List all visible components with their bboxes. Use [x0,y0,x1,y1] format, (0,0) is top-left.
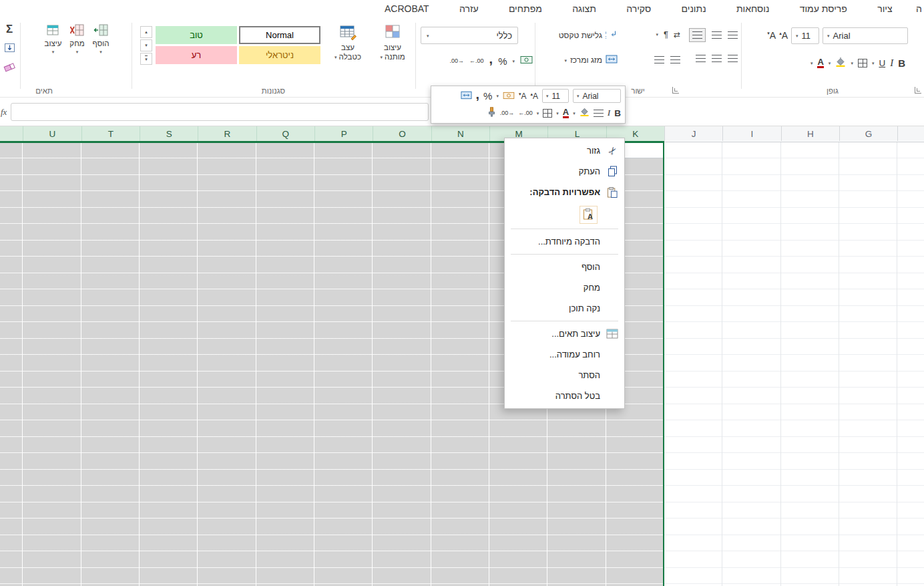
column-header-partial[interactable] [897,126,924,141]
menu-item-hide[interactable]: הסתר [505,365,624,386]
tab-page-layout[interactable]: פריסת עמוד [793,3,854,14]
middle-align-icon[interactable] [712,31,722,39]
number-format-dropdown[interactable]: כללי ▾ [421,27,518,44]
percent-style-button[interactable]: % [498,55,507,67]
mini-align-icon[interactable] [594,110,604,117]
chevron-down-icon[interactable]: ▾ [573,111,575,116]
mini-comma-style-button[interactable]: , [476,92,480,97]
merge-center-button[interactable]: מזג ומרכז ▾ [540,55,618,65]
mini-font-size-combo[interactable]: ▾ 11 [542,89,569,103]
column-header[interactable]: U [23,126,81,141]
underline-button[interactable]: U [879,58,885,68]
shrink-font-button[interactable]: A▾ [767,30,776,41]
bottom-align-active-box[interactable] [689,28,706,42]
align-right-icon[interactable] [728,55,738,62]
tab-view[interactable]: תצוגה [565,3,603,14]
menu-item-format-cells[interactable]: עיצוב תאים... [505,323,624,344]
tab-draw[interactable]: ציור [871,3,899,14]
increase-indent-icon[interactable] [654,56,664,63]
fx-icon[interactable]: fx [1,103,7,121]
menu-item-cut[interactable]: גזור ✂ [505,140,624,161]
paragraph-direction-icon[interactable]: ¶ [664,29,668,39]
italic-button[interactable]: I [890,57,893,69]
column-header[interactable]: Q [256,126,314,141]
chevron-down-icon[interactable]: ▾ [656,32,658,37]
column-header[interactable]: H [781,126,839,141]
column-header[interactable]: J [664,126,722,141]
decrease-decimal-button[interactable]: .00→ [450,57,465,64]
column-header[interactable]: T [81,126,140,141]
mini-font-name-combo[interactable]: ▾ Arial [573,89,621,103]
font-size-combo[interactable]: ▾ 11 [791,27,819,44]
menu-item-unhide[interactable]: בטל הסתרה [505,386,624,406]
mini-fill-color-icon[interactable] [580,107,590,119]
tab-acrobat[interactable]: ACROBAT [378,3,436,14]
mini-borders-icon[interactable] [543,109,552,118]
accounting-format-icon[interactable] [520,55,533,67]
tab-data[interactable]: נתונים [675,3,713,14]
mini-increase-decimal-button[interactable]: ←.00 [518,110,533,116]
column-header-partial[interactable] [0,126,23,141]
column-header[interactable]: I [722,126,780,141]
gallery-scroll-down-button[interactable]: ▾ [140,39,152,51]
column-header[interactable]: R [198,126,256,141]
column-header[interactable]: O [373,126,431,141]
column-header[interactable]: N [431,126,489,141]
mini-grow-font-button[interactable]: A▴ [530,92,538,101]
decrease-indent-icon[interactable] [670,56,680,63]
chevron-down-icon[interactable]: ▾ [556,111,559,116]
column-header[interactable]: S [140,126,198,141]
tab-insert-partial[interactable]: ה [916,3,924,14]
menu-item-delete[interactable]: מחק [505,277,624,298]
insert-cells-button[interactable]: הוסף ▾ [93,24,109,54]
clear-eraser-icon[interactable] [3,62,16,75]
mini-percent-style-button[interactable]: % [483,90,492,102]
font-color-icon[interactable]: A [817,58,823,68]
mini-merge-center-icon[interactable] [461,90,472,102]
mini-font-color-icon[interactable]: A [563,108,569,118]
grow-font-button[interactable]: A▴ [779,30,788,41]
mini-shrink-font-button[interactable]: A▾ [519,92,527,101]
conditional-formatting-button[interactable]: עיצוב מותנה▾ [371,24,414,62]
menu-item-paste-special[interactable]: הדבקה מיוחדת... [505,231,624,252]
chevron-down-icon[interactable]: ▾ [512,59,515,63]
chevron-down-icon[interactable]: ▾ [496,94,499,98]
gallery-more-button[interactable]: ▾ [140,53,152,65]
style-normal[interactable]: Normal [239,26,320,44]
text-direction-icon[interactable]: ⇄ [674,30,680,39]
formula-input[interactable] [11,103,429,121]
menu-item-clear-contents[interactable]: נקה תוכן [505,298,624,319]
gallery-scroll-up-button[interactable]: ▴ [140,26,152,38]
tab-formulas[interactable]: נוסחאות [730,3,776,14]
tab-help[interactable]: עזרה [453,3,485,14]
comma-style-button[interactable]: , [489,56,493,61]
format-cells-button[interactable]: עיצוב ▾ [45,24,62,54]
tab-developer[interactable]: מפתחים [502,3,549,14]
chevron-down-icon[interactable]: ▾ [872,61,875,65]
wrap-text-button[interactable]: abc גלישת טקסט [540,29,618,41]
chevron-down-icon[interactable]: ▾ [829,61,831,65]
delete-cells-button[interactable]: מחק ▾ [69,24,84,54]
format-as-table-button[interactable]: עצב כטבלה▾ [326,24,369,62]
column-header[interactable]: G [839,126,897,141]
chevron-down-icon[interactable]: ▾ [537,111,539,116]
font-name-combo[interactable]: ▾ Arial [823,27,908,44]
unselected-cells-area[interactable] [664,142,924,586]
align-center-icon[interactable] [712,55,722,62]
style-good[interactable]: טוב [156,26,237,44]
chevron-down-icon[interactable]: ▾ [811,61,813,65]
autosum-icon[interactable]: Σ [6,23,13,36]
tab-review[interactable]: סקירה [620,3,658,14]
fill-down-icon[interactable] [4,43,15,55]
style-bad[interactable]: רע [156,46,237,64]
paste-values-option-button[interactable]: A [580,206,598,224]
mini-bold-button[interactable]: B [614,108,621,118]
mini-accounting-format-icon[interactable] [503,90,515,102]
align-left-icon[interactable] [696,55,706,62]
menu-item-column-width[interactable]: רוחב עמודה... [505,344,624,365]
borders-icon[interactable] [858,59,867,67]
increase-decimal-button[interactable]: ←.00 [469,57,484,64]
mini-decrease-decimal-button[interactable]: .00→ [500,110,515,116]
column-header[interactable]: P [314,126,373,141]
menu-item-copy[interactable]: העתק [505,161,624,182]
